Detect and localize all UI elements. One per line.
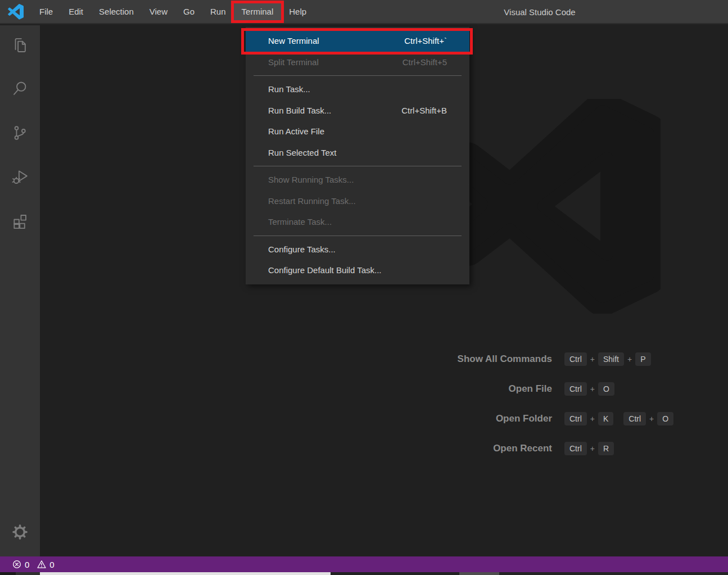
menu-item-shortcut: Ctrl+Shift+5 (403, 57, 447, 67)
menu-item-run-selected-text[interactable]: Run Selected Text (246, 142, 469, 164)
menu-item-configure-default-build-task[interactable]: Configure Default Build Task... (246, 260, 469, 281)
extensions-icon[interactable] (11, 212, 29, 230)
menu-item-label: Configure Tasks... (268, 245, 336, 254)
plus-separator: + (627, 355, 632, 364)
menubar-item-view[interactable]: View (142, 3, 175, 20)
warnings-indicator[interactable]: 0 (37, 560, 54, 569)
warning-icon (37, 560, 46, 569)
activity-bar (0, 25, 40, 556)
menu-item-split-terminal: Split TerminalCtrl+Shift+5 (246, 52, 469, 73)
menu-item-run-task[interactable]: Run Task... (246, 79, 469, 100)
menu-item-shortcut: Ctrl+Shift+B (401, 106, 447, 115)
hint-keys-open-folder: Ctrl+KCtrl+O (564, 404, 673, 433)
title-bar: FileEditSelectionViewGoRunTerminalHelp V… (0, 0, 728, 24)
menu-item-label: Show Running Tasks... (268, 175, 354, 184)
menu-separator (254, 75, 462, 76)
menu-item-new-terminal[interactable]: New TerminalCtrl+Shift+` (246, 30, 469, 52)
keycap-ctrl: Ctrl (564, 352, 587, 366)
explorer-icon[interactable] (11, 36, 29, 55)
menu-separator (254, 166, 462, 166)
hint-label-open-folder: Open Folder (337, 404, 552, 433)
keycap-ctrl: Ctrl (564, 382, 587, 396)
menubar-item-go[interactable]: Go (175, 3, 202, 20)
problems-indicator[interactable]: 0 (12, 560, 29, 569)
menu-item-label: Run Task... (268, 84, 310, 94)
keycap-shift: Shift (598, 352, 624, 366)
menu-item-restart-running-task: Restart Running Task... (246, 191, 469, 212)
plus-separator: + (590, 384, 595, 393)
keycap-o: O (657, 412, 673, 425)
menu-item-label: Run Build Task... (268, 106, 331, 115)
status-bar: 0 0 (0, 556, 728, 572)
key-chord: Ctrl+Shift+P (564, 352, 651, 366)
source-control-icon[interactable] (11, 124, 29, 142)
error-icon (12, 560, 21, 569)
terminal-menu: New TerminalCtrl+Shift+`Split TerminalCt… (246, 27, 469, 284)
vscode-logo-icon (8, 4, 24, 20)
vscode-window: Show All CommandsCtrl+Shift+POpen FileCt… (0, 0, 728, 575)
menu-item-label: Terminate Task... (268, 217, 332, 227)
menubar-item-terminal[interactable]: Terminal (234, 3, 282, 20)
keycap-p: P (635, 352, 650, 366)
keycap-o: O (598, 382, 614, 396)
menu-item-label: Run Selected Text (268, 148, 336, 157)
key-chord: Ctrl+K (564, 412, 613, 425)
menubar-item-run[interactable]: Run (202, 3, 234, 20)
search-icon[interactable] (11, 79, 29, 98)
hint-keys-open-recent: Ctrl+R (564, 433, 673, 463)
menu-item-label: New Terminal (268, 36, 319, 46)
menubar-item-selection[interactable]: Selection (91, 3, 142, 20)
keycap-k: K (598, 412, 613, 425)
taskbar-sliver (0, 572, 728, 575)
keycap-r: R (598, 442, 614, 455)
menu-item-show-running-tasks: Show Running Tasks... (246, 169, 469, 191)
menu-item-run-build-task[interactable]: Run Build Task...Ctrl+Shift+B (246, 100, 469, 121)
hint-label-open-recent: Open Recent (337, 433, 552, 463)
hint-label-show-all-commands: Show All Commands (337, 344, 552, 374)
menu-item-run-active-file[interactable]: Run Active File (246, 121, 469, 142)
menu-separator (254, 236, 462, 236)
warning-count: 0 (49, 560, 54, 569)
menu-item-configure-tasks[interactable]: Configure Tasks... (246, 239, 469, 260)
menu-item-label: Run Active File (268, 126, 324, 136)
key-chord: Ctrl+O (564, 382, 614, 396)
watermark-shortcut-hints: Show All CommandsCtrl+Shift+POpen FileCt… (337, 344, 673, 463)
vscode-watermark-logo (446, 99, 661, 314)
hint-keys-open-file: Ctrl+O (564, 374, 673, 404)
run-and-debug-icon[interactable] (11, 167, 29, 186)
plus-separator: + (649, 414, 654, 423)
plus-separator: + (590, 414, 595, 423)
menubar-item-edit[interactable]: Edit (61, 3, 91, 20)
menu-item-label: Configure Default Build Task... (268, 265, 382, 275)
hint-label-open-file: Open File (337, 374, 552, 404)
keycap-ctrl: Ctrl (623, 412, 646, 425)
key-chord: Ctrl+R (564, 442, 614, 455)
menubar-item-help[interactable]: Help (281, 3, 314, 20)
menu-bar: FileEditSelectionViewGoRunTerminalHelp (31, 0, 314, 24)
key-chord: Ctrl+O (623, 412, 673, 425)
keycap-ctrl: Ctrl (564, 412, 587, 425)
menu-item-label: Restart Running Task... (268, 196, 356, 206)
error-count: 0 (25, 560, 29, 569)
menu-item-label: Split Terminal (268, 57, 319, 67)
plus-separator: + (590, 444, 595, 453)
menubar-item-file[interactable]: File (31, 3, 61, 20)
menu-item-shortcut: Ctrl+Shift+` (404, 36, 447, 46)
plus-separator: + (590, 355, 595, 364)
window-title: Visual Studio Code (504, 0, 575, 24)
keycap-ctrl: Ctrl (564, 442, 587, 455)
settings-gear-icon[interactable] (11, 523, 29, 541)
menu-item-terminate-task: Terminate Task... (246, 211, 469, 233)
hint-keys-show-all-commands: Ctrl+Shift+P (564, 344, 673, 374)
